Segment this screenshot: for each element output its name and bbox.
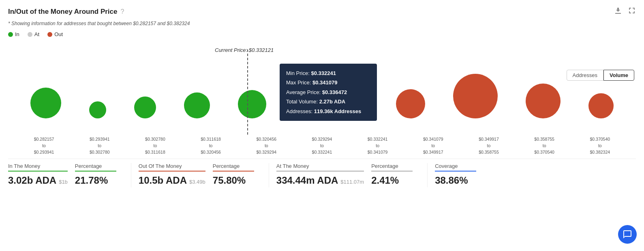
legend-dot-out [47, 32, 52, 37]
bubble-8 [453, 74, 498, 118]
legend-dot-in [8, 32, 13, 37]
stat-at-value: 334.44m ADA $111.07m [276, 175, 364, 186]
price-label-8: $0.349917to$0.358755 [471, 136, 507, 155]
chat-button[interactable] [618, 225, 637, 244]
page-title: In/Out of the Money Around Price [8, 8, 118, 16]
tooltip-min: Min Price: $0.332241 [286, 69, 370, 78]
price-label-5: $0.329294to$0.332241 [304, 136, 340, 155]
stat-out-pct-label: Percentage [213, 163, 254, 172]
stat-divider-1 [131, 163, 131, 187]
stat-at-percentage: Percentage 2.41% [371, 163, 420, 186]
stat-divider-2 [269, 163, 269, 187]
stat-out-the-money: Out Of The Money 10.5b ADA $3.49b [139, 163, 213, 186]
bubble-col-7 [396, 89, 425, 118]
main-container: In/Out of the Money Around Price ? * Sho… [0, 0, 644, 251]
stat-in-label: In The Money [8, 163, 68, 172]
bubble-7 [396, 89, 425, 118]
bubble-1 [89, 101, 106, 118]
bubble-0 [30, 88, 61, 118]
bubble-col-3 [184, 92, 210, 118]
stat-in-percentage: Percentage 21.78% [75, 163, 124, 186]
expand-button[interactable] [628, 6, 636, 17]
legend-in: In [8, 31, 19, 37]
info-text: * Showing information for addresses that… [8, 21, 636, 26]
chart-area: Current Price: $0.332121 ⬡ IntoThe Min P… [8, 41, 636, 135]
stat-out-value: 10.5b ADA $3.49b [139, 175, 205, 186]
bubble-col-10 [588, 93, 614, 118]
legend-out: Out [47, 31, 63, 37]
stat-out-percentage: Percentage 75.80% [213, 163, 261, 186]
bubble-10 [588, 93, 614, 118]
price-label-7: $0.341079to$0.349917 [415, 136, 451, 155]
tooltip-addresses: Addresses: 119.36k Addresses [286, 107, 370, 116]
stat-in-pct-value: 21.78% [75, 175, 116, 186]
bubble-col-2 [134, 97, 156, 118]
bubble-3 [184, 92, 210, 118]
legend: In At Out [8, 31, 636, 37]
bubble-col-8 [453, 74, 498, 118]
legend-label-in: In [15, 31, 19, 37]
price-line [247, 49, 248, 135]
tooltip: Min Price: $0.332241 Max Price: $0.34107… [280, 64, 377, 121]
tooltip-volume: Total Volume: 2.27b ADA [286, 97, 370, 106]
price-label-2: $0.302780to$0.311618 [137, 136, 173, 155]
price-label-6: $0.332241to$0.341079 [359, 136, 396, 155]
price-label-0: $0.282157to$0.293941 [26, 136, 62, 155]
stat-at-pct-label: Percentage [371, 163, 413, 172]
price-label-3: $0.311618to$0.320456 [193, 136, 229, 155]
stat-in-the-money: In The Money 3.02b ADA $1b [8, 163, 75, 186]
stat-coverage: Coverage 38.86% [435, 163, 484, 186]
price-label-9: $0.358755to$0.370540 [526, 136, 563, 155]
bubble-col-1 [89, 101, 106, 118]
header-icons [614, 6, 636, 17]
bubble-col-0 [30, 88, 61, 118]
price-label-1: $0.293941to$0.302780 [81, 136, 118, 155]
price-label-4: $0.320456to$0.329294 [248, 136, 285, 155]
stat-out-label: Out Of The Money [139, 163, 205, 172]
header: In/Out of the Money Around Price ? [8, 6, 636, 17]
legend-label-at: At [34, 31, 39, 37]
download-button[interactable] [614, 6, 622, 17]
stat-at-the-money: At The Money 334.44m ADA $111.07m [276, 163, 371, 186]
price-labels-row: $0.282157to$0.293941$0.293941to$0.302780… [8, 136, 636, 155]
bubble-2 [134, 97, 156, 118]
help-icon[interactable]: ? [121, 8, 124, 15]
stat-divider-3 [427, 163, 428, 187]
bubble-4 [238, 90, 266, 118]
bubble-9 [526, 84, 561, 118]
tooltip-avg: Average Price: $0.336472 [286, 88, 370, 97]
legend-dot-at [28, 32, 32, 37]
stat-coverage-value: 38.86% [435, 175, 476, 186]
stat-coverage-label: Coverage [435, 163, 476, 172]
stats-row: In The Money 3.02b ADA $1b Percentage 21… [8, 159, 636, 187]
price-label-10: $0.370540to$0.382324 [582, 136, 618, 155]
bubble-col-4 [238, 90, 266, 118]
bubble-col-9 [526, 84, 561, 118]
header-left: In/Out of the Money Around Price ? [8, 8, 124, 16]
stat-out-pct-value: 75.80% [213, 175, 254, 186]
stat-in-pct-label: Percentage [75, 163, 116, 172]
stat-at-pct-value: 2.41% [371, 175, 413, 186]
legend-label-out: Out [54, 31, 63, 37]
stat-in-value: 3.02b ADA $1b [8, 175, 68, 186]
legend-at: At [28, 31, 39, 37]
stat-at-label: At The Money [276, 163, 364, 172]
tooltip-max: Max Price: $0.341079 [286, 78, 370, 87]
current-price-label: Current Price: $0.332121 [215, 47, 274, 53]
